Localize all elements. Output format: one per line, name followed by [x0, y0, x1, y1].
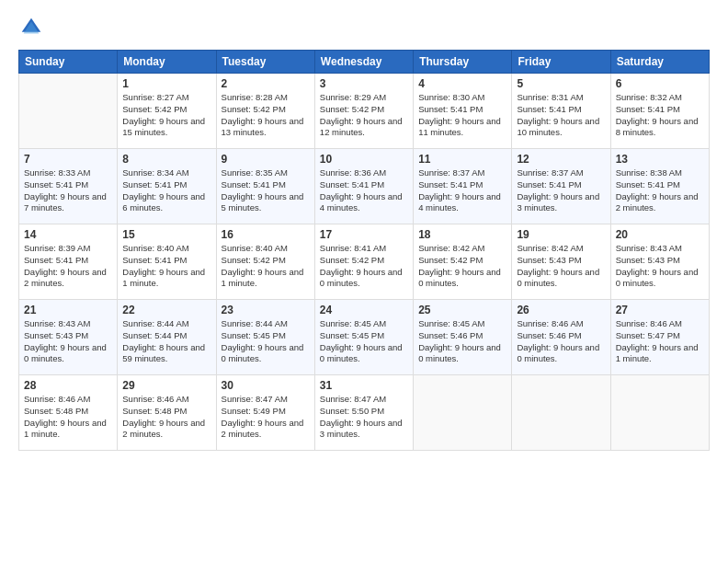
- calendar-cell: 31Sunrise: 8:47 AM Sunset: 5:50 PM Dayli…: [314, 375, 413, 451]
- calendar-cell: 2Sunrise: 8:28 AM Sunset: 5:42 PM Daylig…: [216, 74, 314, 149]
- calendar-week-row: 7Sunrise: 8:33 AM Sunset: 5:41 PM Daylig…: [19, 149, 710, 224]
- calendar-cell: 6Sunrise: 8:32 AM Sunset: 5:41 PM Daylig…: [610, 74, 709, 149]
- calendar-cell: 12Sunrise: 8:37 AM Sunset: 5:41 PM Dayli…: [512, 149, 610, 224]
- calendar-cell: 27Sunrise: 8:46 AM Sunset: 5:47 PM Dayli…: [610, 300, 709, 375]
- day-number: 18: [418, 228, 506, 241]
- day-info: Sunrise: 8:42 AM Sunset: 5:43 PM Dayligh…: [517, 243, 605, 290]
- day-number: 17: [320, 228, 408, 241]
- day-info: Sunrise: 8:45 AM Sunset: 5:45 PM Dayligh…: [320, 318, 408, 365]
- day-number: 29: [122, 379, 210, 392]
- calendar-cell: 24Sunrise: 8:45 AM Sunset: 5:45 PM Dayli…: [314, 300, 413, 375]
- calendar-week-row: 28Sunrise: 8:46 AM Sunset: 5:48 PM Dayli…: [19, 375, 710, 451]
- day-number: 25: [418, 304, 506, 316]
- day-info: Sunrise: 8:45 AM Sunset: 5:46 PM Dayligh…: [418, 318, 506, 365]
- day-info: Sunrise: 8:36 AM Sunset: 5:41 PM Dayligh…: [320, 167, 408, 214]
- day-info: Sunrise: 8:37 AM Sunset: 5:41 PM Dayligh…: [517, 167, 605, 214]
- calendar: SundayMondayTuesdayWednesdayThursdayFrid…: [18, 50, 710, 451]
- calendar-cell: 3Sunrise: 8:29 AM Sunset: 5:42 PM Daylig…: [314, 74, 413, 149]
- day-info: Sunrise: 8:30 AM Sunset: 5:41 PM Dayligh…: [418, 92, 506, 139]
- day-number: 13: [616, 153, 704, 166]
- day-info: Sunrise: 8:43 AM Sunset: 5:43 PM Dayligh…: [24, 318, 112, 365]
- calendar-cell: 30Sunrise: 8:47 AM Sunset: 5:49 PM Dayli…: [216, 375, 314, 451]
- day-number: 23: [222, 304, 310, 316]
- calendar-cell: [512, 375, 610, 451]
- day-info: Sunrise: 8:46 AM Sunset: 5:48 PM Dayligh…: [122, 394, 210, 441]
- calendar-cell: 17Sunrise: 8:41 AM Sunset: 5:42 PM Dayli…: [314, 224, 413, 300]
- day-number: 11: [418, 153, 506, 166]
- day-info: Sunrise: 8:47 AM Sunset: 5:49 PM Dayligh…: [222, 394, 310, 441]
- calendar-cell: 23Sunrise: 8:44 AM Sunset: 5:45 PM Dayli…: [216, 300, 314, 375]
- calendar-cell: [610, 375, 709, 451]
- calendar-cell: 18Sunrise: 8:42 AM Sunset: 5:42 PM Dayli…: [414, 224, 512, 300]
- weekday-header: Saturday: [610, 51, 709, 74]
- day-number: 16: [222, 228, 310, 241]
- day-info: Sunrise: 8:29 AM Sunset: 5:42 PM Dayligh…: [320, 92, 408, 139]
- calendar-cell: 20Sunrise: 8:43 AM Sunset: 5:43 PM Dayli…: [610, 224, 709, 300]
- day-number: 24: [320, 304, 408, 316]
- day-info: Sunrise: 8:37 AM Sunset: 5:41 PM Dayligh…: [418, 167, 506, 214]
- day-number: 7: [24, 153, 112, 166]
- day-number: 15: [122, 228, 210, 241]
- calendar-cell: 9Sunrise: 8:35 AM Sunset: 5:41 PM Daylig…: [216, 149, 314, 224]
- day-number: 4: [418, 77, 506, 90]
- day-number: 6: [616, 77, 704, 90]
- day-number: 12: [517, 153, 605, 166]
- day-info: Sunrise: 8:41 AM Sunset: 5:42 PM Dayligh…: [320, 243, 408, 290]
- day-info: Sunrise: 8:46 AM Sunset: 5:47 PM Dayligh…: [616, 318, 704, 365]
- calendar-cell: 8Sunrise: 8:34 AM Sunset: 5:41 PM Daylig…: [118, 149, 216, 224]
- day-info: Sunrise: 8:46 AM Sunset: 5:48 PM Dayligh…: [24, 394, 112, 441]
- calendar-cell: 14Sunrise: 8:39 AM Sunset: 5:41 PM Dayli…: [19, 224, 118, 300]
- day-info: Sunrise: 8:42 AM Sunset: 5:42 PM Dayligh…: [418, 243, 506, 290]
- day-number: 3: [320, 77, 408, 90]
- day-info: Sunrise: 8:39 AM Sunset: 5:41 PM Dayligh…: [24, 243, 112, 290]
- calendar-cell: 16Sunrise: 8:40 AM Sunset: 5:42 PM Dayli…: [216, 224, 314, 300]
- day-info: Sunrise: 8:40 AM Sunset: 5:41 PM Dayligh…: [122, 243, 210, 290]
- calendar-cell: 10Sunrise: 8:36 AM Sunset: 5:41 PM Dayli…: [314, 149, 413, 224]
- calendar-cell: 21Sunrise: 8:43 AM Sunset: 5:43 PM Dayli…: [19, 300, 118, 375]
- day-info: Sunrise: 8:33 AM Sunset: 5:41 PM Dayligh…: [24, 167, 112, 214]
- day-number: 30: [222, 379, 310, 392]
- calendar-cell: 15Sunrise: 8:40 AM Sunset: 5:41 PM Dayli…: [118, 224, 216, 300]
- day-number: 22: [122, 304, 210, 316]
- day-number: 10: [320, 153, 408, 166]
- day-number: 19: [517, 228, 605, 241]
- calendar-cell: 4Sunrise: 8:30 AM Sunset: 5:41 PM Daylig…: [414, 74, 512, 149]
- day-number: 8: [122, 153, 210, 166]
- day-info: Sunrise: 8:38 AM Sunset: 5:41 PM Dayligh…: [616, 167, 704, 214]
- day-number: 9: [222, 153, 310, 166]
- calendar-cell: 28Sunrise: 8:46 AM Sunset: 5:48 PM Dayli…: [19, 375, 118, 451]
- weekday-header: Monday: [118, 51, 216, 74]
- day-info: Sunrise: 8:31 AM Sunset: 5:41 PM Dayligh…: [517, 92, 605, 139]
- day-info: Sunrise: 8:32 AM Sunset: 5:41 PM Dayligh…: [616, 92, 704, 139]
- header: [18, 15, 710, 40]
- day-number: 31: [320, 379, 408, 392]
- weekday-header: Thursday: [414, 51, 512, 74]
- calendar-cell: 19Sunrise: 8:42 AM Sunset: 5:43 PM Dayli…: [512, 224, 610, 300]
- calendar-cell: 29Sunrise: 8:46 AM Sunset: 5:48 PM Dayli…: [118, 375, 216, 451]
- calendar-cell: 7Sunrise: 8:33 AM Sunset: 5:41 PM Daylig…: [19, 149, 118, 224]
- day-number: 14: [24, 228, 112, 241]
- page: SundayMondayTuesdayWednesdayThursdayFrid…: [0, 0, 728, 563]
- day-number: 5: [517, 77, 605, 90]
- calendar-cell: [414, 375, 512, 451]
- calendar-cell: 13Sunrise: 8:38 AM Sunset: 5:41 PM Dayli…: [610, 149, 709, 224]
- calendar-cell: 5Sunrise: 8:31 AM Sunset: 5:41 PM Daylig…: [512, 74, 610, 149]
- day-number: 1: [122, 77, 210, 90]
- logo: [18, 15, 48, 40]
- day-info: Sunrise: 8:46 AM Sunset: 5:46 PM Dayligh…: [517, 318, 605, 365]
- calendar-cell: 26Sunrise: 8:46 AM Sunset: 5:46 PM Dayli…: [512, 300, 610, 375]
- day-info: Sunrise: 8:47 AM Sunset: 5:50 PM Dayligh…: [320, 394, 408, 441]
- calendar-cell: 22Sunrise: 8:44 AM Sunset: 5:44 PM Dayli…: [118, 300, 216, 375]
- weekday-header: Friday: [512, 51, 610, 74]
- weekday-header-row: SundayMondayTuesdayWednesdayThursdayFrid…: [19, 51, 710, 74]
- day-info: Sunrise: 8:34 AM Sunset: 5:41 PM Dayligh…: [122, 167, 210, 214]
- logo-icon: [18, 15, 44, 40]
- day-info: Sunrise: 8:40 AM Sunset: 5:42 PM Dayligh…: [222, 243, 310, 290]
- day-info: Sunrise: 8:44 AM Sunset: 5:45 PM Dayligh…: [222, 318, 310, 365]
- day-info: Sunrise: 8:28 AM Sunset: 5:42 PM Dayligh…: [222, 92, 310, 139]
- calendar-week-row: 21Sunrise: 8:43 AM Sunset: 5:43 PM Dayli…: [19, 300, 710, 375]
- day-info: Sunrise: 8:27 AM Sunset: 5:42 PM Dayligh…: [122, 92, 210, 139]
- calendar-week-row: 1Sunrise: 8:27 AM Sunset: 5:42 PM Daylig…: [19, 74, 710, 149]
- weekday-header: Tuesday: [216, 51, 314, 74]
- calendar-cell: 11Sunrise: 8:37 AM Sunset: 5:41 PM Dayli…: [414, 149, 512, 224]
